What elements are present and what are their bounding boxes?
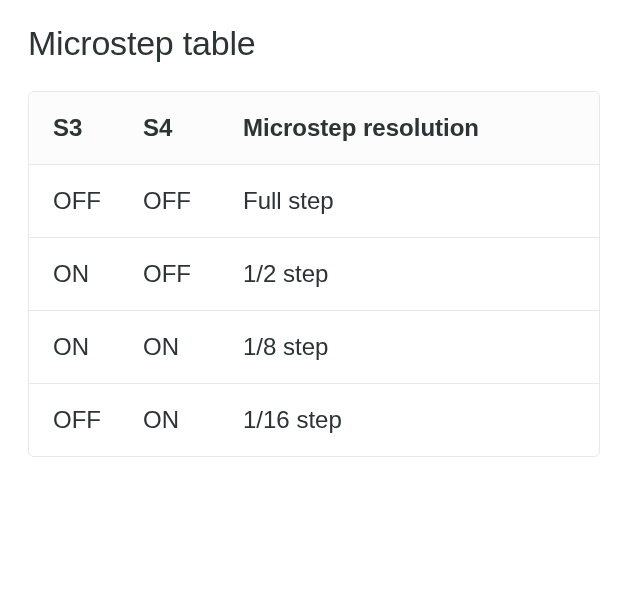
table-header-row: S3 S4 Microstep resolution <box>29 92 599 165</box>
cell-resolution: 1/2 step <box>243 260 575 288</box>
table-row: OFF OFF Full step <box>29 165 599 238</box>
cell-s4: ON <box>143 333 243 361</box>
table-row: OFF ON 1/16 step <box>29 384 599 456</box>
table-row: ON ON 1/8 step <box>29 311 599 384</box>
table-row: ON OFF 1/2 step <box>29 238 599 311</box>
cell-s4: ON <box>143 406 243 434</box>
cell-resolution: Full step <box>243 187 575 215</box>
microstep-table: S3 S4 Microstep resolution OFF OFF Full … <box>28 91 600 457</box>
cell-resolution: 1/16 step <box>243 406 575 434</box>
cell-s4: OFF <box>143 260 243 288</box>
table-header-s3: S3 <box>53 114 143 142</box>
cell-s3: OFF <box>53 187 143 215</box>
page-title: Microstep table <box>28 24 600 63</box>
cell-s3: ON <box>53 260 143 288</box>
cell-s4: OFF <box>143 187 243 215</box>
cell-s3: OFF <box>53 406 143 434</box>
table-header-s4: S4 <box>143 114 243 142</box>
cell-s3: ON <box>53 333 143 361</box>
table-header-resolution: Microstep resolution <box>243 114 575 142</box>
cell-resolution: 1/8 step <box>243 333 575 361</box>
